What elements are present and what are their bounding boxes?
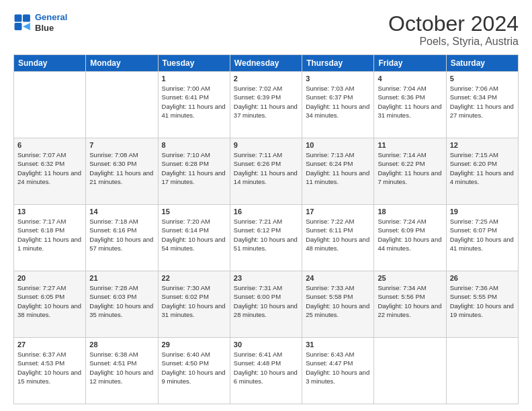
day-number: 6 bbox=[17, 141, 82, 149]
header: General Blue October 2024 Poels, Styria,… bbox=[13, 12, 519, 48]
calendar-day: 21Sunrise: 7:28 AM Sunset: 6:03 PM Dayli… bbox=[86, 271, 158, 338]
header-sunday: Sunday bbox=[14, 55, 86, 72]
day-number: 8 bbox=[162, 141, 226, 149]
day-info: Sunrise: 7:04 AM Sunset: 6:36 PM Dayligh… bbox=[378, 84, 442, 120]
day-info: Sunrise: 7:36 AM Sunset: 5:55 PM Dayligh… bbox=[450, 283, 515, 319]
calendar-title: October 2024 bbox=[388, 12, 519, 36]
calendar-day: 6Sunrise: 7:07 AM Sunset: 6:32 PM Daylig… bbox=[14, 138, 86, 205]
day-info: Sunrise: 6:43 AM Sunset: 4:47 PM Dayligh… bbox=[306, 350, 370, 385]
calendar-day: 28Sunrise: 6:38 AM Sunset: 4:51 PM Dayli… bbox=[86, 338, 158, 404]
calendar-day: 30Sunrise: 6:41 AM Sunset: 4:48 PM Dayli… bbox=[230, 338, 302, 404]
calendar-day: 13Sunrise: 7:17 AM Sunset: 6:18 PM Dayli… bbox=[14, 205, 86, 271]
day-info: Sunrise: 7:00 AM Sunset: 6:41 PM Dayligh… bbox=[162, 84, 226, 120]
day-number: 21 bbox=[89, 274, 154, 282]
day-info: Sunrise: 7:18 AM Sunset: 6:16 PM Dayligh… bbox=[89, 217, 154, 253]
day-number: 9 bbox=[234, 141, 298, 149]
day-number: 12 bbox=[450, 141, 515, 149]
day-info: Sunrise: 7:08 AM Sunset: 6:30 PM Dayligh… bbox=[89, 150, 154, 186]
day-number: 5 bbox=[450, 75, 515, 83]
svg-rect-0 bbox=[15, 14, 22, 21]
day-number: 30 bbox=[234, 340, 298, 349]
day-number: 31 bbox=[306, 340, 370, 349]
calendar-table: Sunday Monday Tuesday Wednesday Thursday… bbox=[13, 54, 519, 404]
day-number: 28 bbox=[89, 340, 154, 349]
header-monday: Monday bbox=[86, 55, 158, 72]
day-info: Sunrise: 7:34 AM Sunset: 5:56 PM Dayligh… bbox=[378, 283, 442, 319]
day-info: Sunrise: 7:31 AM Sunset: 6:00 PM Dayligh… bbox=[234, 283, 298, 319]
day-info: Sunrise: 7:27 AM Sunset: 6:05 PM Dayligh… bbox=[17, 283, 82, 319]
day-info: Sunrise: 7:33 AM Sunset: 5:58 PM Dayligh… bbox=[306, 283, 370, 319]
day-number: 3 bbox=[306, 75, 370, 83]
calendar-day: 4Sunrise: 7:04 AM Sunset: 6:36 PM Daylig… bbox=[374, 72, 446, 138]
day-info: Sunrise: 6:41 AM Sunset: 4:48 PM Dayligh… bbox=[234, 350, 298, 385]
calendar-day: 24Sunrise: 7:33 AM Sunset: 5:58 PM Dayli… bbox=[302, 271, 374, 338]
day-number: 16 bbox=[234, 208, 298, 216]
calendar-day: 19Sunrise: 7:25 AM Sunset: 6:07 PM Dayli… bbox=[446, 205, 518, 271]
logo-general: General bbox=[35, 12, 67, 22]
svg-rect-2 bbox=[15, 23, 22, 30]
svg-marker-3 bbox=[23, 23, 30, 30]
day-number: 23 bbox=[234, 274, 298, 282]
day-number: 10 bbox=[306, 141, 370, 149]
day-info: Sunrise: 7:25 AM Sunset: 6:07 PM Dayligh… bbox=[450, 217, 515, 253]
day-number: 20 bbox=[17, 274, 82, 282]
day-info: Sunrise: 7:02 AM Sunset: 6:39 PM Dayligh… bbox=[234, 84, 298, 120]
calendar-day: 16Sunrise: 7:21 AM Sunset: 6:12 PM Dayli… bbox=[230, 205, 302, 271]
calendar-day: 14Sunrise: 7:18 AM Sunset: 6:16 PM Dayli… bbox=[86, 205, 158, 271]
calendar-day: 3Sunrise: 7:03 AM Sunset: 6:37 PM Daylig… bbox=[302, 72, 374, 138]
day-info: Sunrise: 7:10 AM Sunset: 6:28 PM Dayligh… bbox=[162, 150, 226, 186]
day-info: Sunrise: 7:11 AM Sunset: 6:26 PM Dayligh… bbox=[234, 150, 298, 186]
day-info: Sunrise: 7:22 AM Sunset: 6:11 PM Dayligh… bbox=[306, 217, 370, 253]
logo-blue: Blue bbox=[35, 23, 67, 34]
logo-text: General Blue bbox=[35, 12, 67, 33]
calendar-day: 25Sunrise: 7:34 AM Sunset: 5:56 PM Dayli… bbox=[374, 271, 446, 338]
day-number: 24 bbox=[306, 274, 370, 282]
calendar-week-5: 27Sunrise: 6:37 AM Sunset: 4:53 PM Dayli… bbox=[14, 338, 519, 404]
calendar-day: 5Sunrise: 7:06 AM Sunset: 6:34 PM Daylig… bbox=[446, 72, 518, 138]
calendar-day: 7Sunrise: 7:08 AM Sunset: 6:30 PM Daylig… bbox=[86, 138, 158, 205]
calendar-day: 26Sunrise: 7:36 AM Sunset: 5:55 PM Dayli… bbox=[446, 271, 518, 338]
calendar-day: 29Sunrise: 6:40 AM Sunset: 4:50 PM Dayli… bbox=[158, 338, 230, 404]
day-info: Sunrise: 6:38 AM Sunset: 4:51 PM Dayligh… bbox=[89, 350, 154, 385]
calendar-day: 27Sunrise: 6:37 AM Sunset: 4:53 PM Dayli… bbox=[14, 338, 86, 404]
day-number: 19 bbox=[450, 208, 515, 216]
header-saturday: Saturday bbox=[446, 55, 518, 72]
calendar-day: 2Sunrise: 7:02 AM Sunset: 6:39 PM Daylig… bbox=[230, 72, 302, 138]
calendar-day: 12Sunrise: 7:15 AM Sunset: 6:20 PM Dayli… bbox=[446, 138, 518, 205]
calendar-day bbox=[86, 72, 158, 138]
calendar-day bbox=[14, 72, 86, 138]
day-number: 14 bbox=[89, 208, 154, 216]
day-number: 26 bbox=[450, 274, 515, 282]
day-number: 18 bbox=[378, 208, 442, 216]
header-wednesday: Wednesday bbox=[230, 55, 302, 72]
calendar-day: 31Sunrise: 6:43 AM Sunset: 4:47 PM Dayli… bbox=[302, 338, 374, 404]
day-info: Sunrise: 7:14 AM Sunset: 6:22 PM Dayligh… bbox=[378, 150, 442, 186]
day-info: Sunrise: 7:17 AM Sunset: 6:18 PM Dayligh… bbox=[17, 217, 82, 253]
svg-rect-1 bbox=[23, 14, 30, 21]
day-number: 13 bbox=[17, 208, 82, 216]
day-info: Sunrise: 7:13 AM Sunset: 6:24 PM Dayligh… bbox=[306, 150, 370, 186]
calendar-day: 22Sunrise: 7:30 AM Sunset: 6:02 PM Dayli… bbox=[158, 271, 230, 338]
day-number: 25 bbox=[378, 274, 442, 282]
day-number: 22 bbox=[162, 274, 226, 282]
calendar-day: 23Sunrise: 7:31 AM Sunset: 6:00 PM Dayli… bbox=[230, 271, 302, 338]
logo-icon bbox=[13, 13, 32, 32]
calendar-day: 20Sunrise: 7:27 AM Sunset: 6:05 PM Dayli… bbox=[14, 271, 86, 338]
calendar-week-2: 6Sunrise: 7:07 AM Sunset: 6:32 PM Daylig… bbox=[14, 138, 519, 205]
day-number: 11 bbox=[378, 141, 442, 149]
calendar-day bbox=[374, 338, 446, 404]
day-number: 29 bbox=[162, 340, 226, 349]
calendar-day: 8Sunrise: 7:10 AM Sunset: 6:28 PM Daylig… bbox=[158, 138, 230, 205]
page: General Blue October 2024 Poels, Styria,… bbox=[0, 0, 532, 411]
day-info: Sunrise: 7:15 AM Sunset: 6:20 PM Dayligh… bbox=[450, 150, 515, 186]
day-info: Sunrise: 7:24 AM Sunset: 6:09 PM Dayligh… bbox=[378, 217, 442, 253]
header-tuesday: Tuesday bbox=[158, 55, 230, 72]
day-info: Sunrise: 7:20 AM Sunset: 6:14 PM Dayligh… bbox=[162, 217, 226, 253]
day-info: Sunrise: 7:06 AM Sunset: 6:34 PM Dayligh… bbox=[450, 84, 515, 120]
calendar-day: 10Sunrise: 7:13 AM Sunset: 6:24 PM Dayli… bbox=[302, 138, 374, 205]
header-friday: Friday bbox=[374, 55, 446, 72]
day-info: Sunrise: 7:30 AM Sunset: 6:02 PM Dayligh… bbox=[162, 283, 226, 319]
day-info: Sunrise: 7:21 AM Sunset: 6:12 PM Dayligh… bbox=[234, 217, 298, 253]
day-number: 2 bbox=[234, 75, 298, 83]
header-thursday: Thursday bbox=[302, 55, 374, 72]
